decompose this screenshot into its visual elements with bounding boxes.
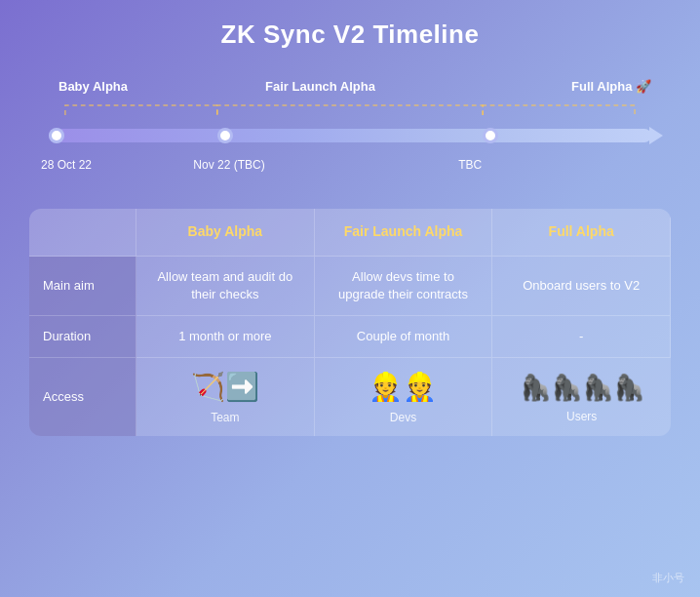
- full-alpha-label: Full Alpha 🚀: [571, 79, 651, 94]
- devs-emoji-icon: 👷👷: [369, 368, 437, 406]
- duration-full: -: [492, 316, 671, 358]
- page-container: ZK Sync V2 Timeline Baby Alpha Fair Laun…: [0, 0, 700, 597]
- access-baby-label: Team: [211, 410, 239, 426]
- watermark: 非小号: [652, 571, 684, 585]
- date-label-3: TBC: [458, 158, 482, 172]
- access-fair: 👷👷 Devs: [315, 358, 493, 436]
- table-header-empty: [29, 209, 136, 257]
- table-header-fair: Fair Launch Alpha: [315, 209, 493, 257]
- bracket-svg: [49, 98, 651, 119]
- timeline-dot-1: [49, 128, 64, 143]
- timeline-dates: 28 Oct 22 Nov 22 (TBC) TBC: [49, 158, 651, 179]
- bracket-area: [49, 98, 651, 119]
- phase-labels: Baby Alpha Fair Launch Alpha Full Alpha …: [49, 79, 651, 94]
- team-arrow-icon: 🏹➡️: [191, 368, 259, 406]
- access-full-label: Users: [566, 409, 597, 425]
- duration-fair: Couple of month: [315, 316, 493, 358]
- comparison-table: Baby Alpha Fair Launch Alpha Full Alpha …: [29, 209, 671, 436]
- date-label-2: Nov 22 (TBC): [193, 158, 264, 172]
- main-aim-baby: Allow team and audit do their checks: [136, 257, 315, 316]
- table-header-full: Full Alpha: [492, 209, 671, 257]
- table-header-baby: Baby Alpha: [136, 209, 315, 257]
- access-fair-label: Devs: [390, 410, 416, 426]
- timeline-bar: [49, 121, 651, 150]
- access-baby: 🏹➡️ Team: [136, 358, 315, 436]
- fair-launch-label: Fair Launch Alpha: [265, 79, 375, 94]
- row-label-duration: Duration: [29, 316, 136, 358]
- access-full: 🦍🦍🦍🦍 Users: [492, 358, 671, 436]
- timeline-section: Baby Alpha Fair Launch Alpha Full Alpha …: [29, 79, 671, 179]
- date-label-1: 28 Oct 22: [41, 158, 92, 172]
- table-grid: Baby Alpha Fair Launch Alpha Full Alpha …: [29, 209, 671, 436]
- duration-baby: 1 month or more: [136, 316, 315, 358]
- timeline-dot-2: [217, 128, 233, 143]
- row-label-main-aim: Main aim: [29, 257, 136, 316]
- timeline-dot-3: [483, 128, 498, 143]
- page-title: ZK Sync V2 Timeline: [29, 20, 671, 50]
- users-emoji-icon: 🦍🦍🦍🦍: [520, 370, 644, 405]
- baby-alpha-label: Baby Alpha: [58, 79, 128, 94]
- row-label-access: Access: [29, 358, 136, 436]
- main-aim-full: Onboard users to V2: [492, 257, 671, 316]
- main-aim-fair: Allow devs time to upgrade their contrac…: [315, 257, 493, 316]
- timeline-track: [49, 129, 651, 142]
